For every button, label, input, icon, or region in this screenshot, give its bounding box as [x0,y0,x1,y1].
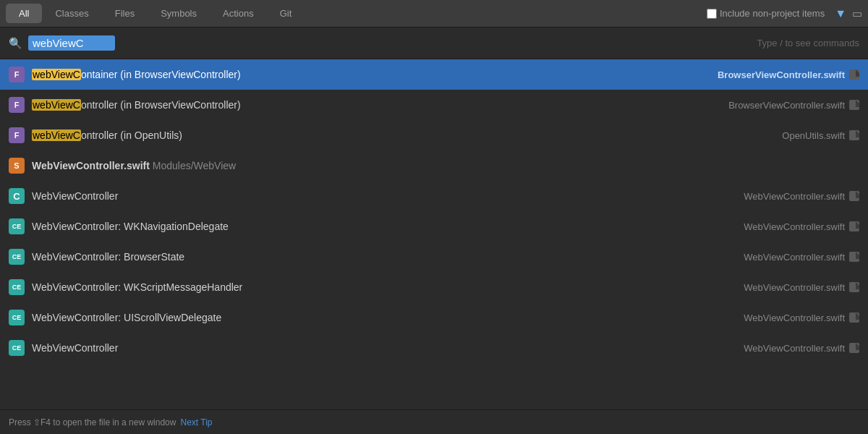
result-row[interactable]: CEWebViewController: WKScriptMessageHand… [0,272,868,302]
file-icon [849,191,859,201]
status-hint-text: Press ⇧F4 to open the file in a new wind… [9,417,176,427]
result-icon: CE [9,310,25,326]
search-hint: Type / to see commands [115,38,859,48]
result-icon: CE [9,218,25,234]
file-icon [849,343,859,353]
result-text: webViewController (in OpenUtils) [32,129,770,141]
result-file: BrowserViewController.swift [706,69,845,80]
result-text: webViewController (in BrowserViewControl… [32,99,717,111]
result-text: WebViewController: UIScrollViewDelegate [32,312,732,323]
panel-icon[interactable]: ▭ [852,7,862,20]
result-row[interactable]: CEWebViewController: UIScrollViewDelegat… [0,302,868,333]
file-icon [849,221,859,231]
tab-classes[interactable]: Classes [42,4,101,23]
result-row[interactable]: FwebViewContainer (in BrowserViewControl… [0,59,868,90]
include-non-project-checkbox[interactable] [707,9,717,19]
results-list: FwebViewContainer (in BrowserViewControl… [0,59,868,409]
result-text: WebViewController [32,190,732,202]
result-icon: CE [9,279,25,295]
result-file: OpenUtils.swift [770,130,845,141]
result-text: WebViewController: BrowserState [32,251,732,263]
result-icon: F [9,67,25,82]
tab-bar: AllClassesFilesSymbolsActionsGit Include… [0,0,868,27]
result-icon: CE [9,249,25,265]
result-file: WebViewController.swift [732,282,845,293]
include-non-project-label: Include non-project items [720,8,825,19]
result-row[interactable]: CWebViewControllerWebViewController.swif… [0,181,868,211]
file-icon [849,282,859,292]
result-icon: S [9,158,25,174]
result-row[interactable]: FwebViewController (in OpenUtils)OpenUti… [0,120,868,150]
result-icon: C [9,188,25,204]
result-file: WebViewController.swift [732,221,845,232]
result-text: WebViewController [32,342,732,354]
result-row[interactable]: FwebViewController (in BrowserViewContro… [0,90,868,120]
tabs-container: AllClassesFilesSymbolsActionsGit [6,4,305,23]
search-input[interactable]: webViewC [28,35,115,51]
file-icon [849,69,859,80]
tab-git[interactable]: Git [267,4,305,23]
result-file: WebViewController.swift [732,191,845,202]
search-bar: 🔍 webViewC Type / to see commands [0,27,868,59]
search-icon: 🔍 [9,37,22,50]
result-row[interactable]: SWebViewController.swift Modules/WebView [0,150,868,181]
file-icon [849,100,859,110]
file-icon [849,312,859,323]
result-row[interactable]: CEWebViewController: BrowserStateWebView… [0,242,868,272]
tab-all[interactable]: All [6,4,42,23]
tab-files[interactable]: Files [102,4,148,23]
filter-icon[interactable]: ▼ [835,7,846,20]
result-row[interactable]: CEWebViewControllerWebViewController.swi… [0,333,868,363]
result-text: webViewContainer (in BrowserViewControll… [32,69,706,80]
file-icon [849,130,859,140]
next-tip-button[interactable]: Next Tip [180,417,212,427]
status-bar: Press ⇧F4 to open the file in a new wind… [0,409,868,434]
result-file: BrowserViewController.swift [717,100,845,111]
result-text: WebViewController: WKScriptMessageHandle… [32,281,732,293]
result-text: WebViewController: WKNavigationDelegate [32,221,732,232]
result-file: WebViewController.swift [732,312,845,323]
tab-symbols[interactable]: Symbols [148,4,210,23]
tab-actions[interactable]: Actions [210,4,267,23]
result-icon: CE [9,340,25,356]
result-file: WebViewController.swift [732,252,845,263]
file-icon [849,252,859,262]
result-text: WebViewController.swift Modules/WebView [32,160,859,171]
result-icon: F [9,127,25,143]
result-icon: F [9,97,25,113]
result-row[interactable]: CEWebViewController: WKNavigationDelegat… [0,211,868,242]
result-file: WebViewController.swift [732,343,845,354]
